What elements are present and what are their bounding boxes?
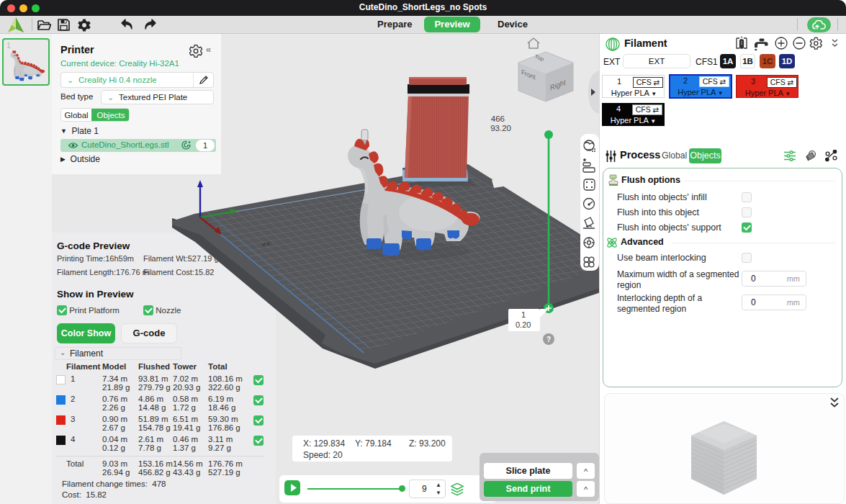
svg-text:?: ? — [546, 336, 551, 343]
svg-text:Front: Front — [521, 68, 536, 81]
svg-text:1: 1 — [521, 310, 526, 319]
svg-text:0.20: 0.20 — [516, 320, 531, 329]
svg-text:Right: Right — [550, 78, 566, 92]
svg-text:Top: Top — [534, 53, 545, 63]
svg-text:466: 466 — [491, 114, 505, 123]
svg-text:93.20: 93.20 — [490, 124, 511, 132]
